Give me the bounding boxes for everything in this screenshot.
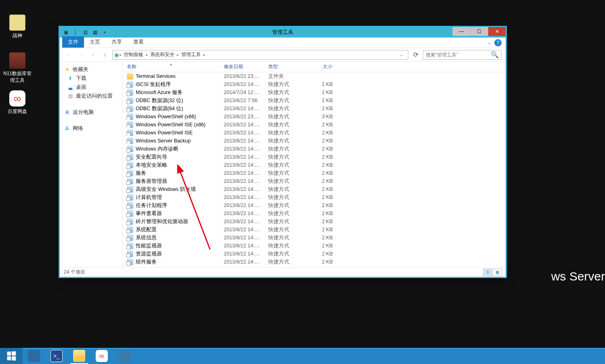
file-date: 2013/8/22 14:53 [220, 227, 264, 232]
details-view-button[interactable]: ☰ [483, 269, 492, 276]
tab-file[interactable]: 文件 [62, 36, 84, 48]
file-type: 快捷方式 [264, 113, 309, 120]
chevron-right-icon[interactable]: ▸ [177, 52, 179, 57]
file-row[interactable]: 本地安全策略2013/8/22 14:54快捷方式2 KB [123, 161, 506, 169]
column-size[interactable]: 大小 [309, 63, 337, 70]
shortcut-icon [127, 243, 133, 249]
chevron-right-icon[interactable]: ▸ [146, 52, 148, 57]
file-row[interactable]: ODBC 数据源(64 位)2013/8/22 14:59快捷方式2 KB [123, 105, 506, 113]
search-icon[interactable]: 🔍 [491, 51, 499, 59]
file-row[interactable]: ODBC 数据源(32 位)2013/8/22 7:56快捷方式2 KB [123, 96, 506, 105]
file-name: 高级安全 Windows 防火墙 [136, 186, 196, 193]
sidebar-favorites-header[interactable]: ★ 收藏夹 [60, 65, 122, 74]
desktop-icon-zhanshen[interactable]: 战神 [2, 15, 33, 39]
file-row[interactable]: 系统信息2013/8/22 14:53快捷方式2 KB [123, 234, 506, 242]
back-button[interactable]: ← [64, 50, 74, 60]
star-icon: ★ [64, 66, 70, 73]
sidebar-item-desktop[interactable]: ▃ 桌面 [60, 83, 122, 92]
file-size: 2 KB [309, 243, 337, 249]
file-row[interactable]: 性能监视器2013/8/22 14:52快捷方式2 KB [123, 242, 506, 250]
file-name: 系统配置 [136, 226, 157, 233]
taskbar-server-manager[interactable] [23, 348, 45, 364]
file-row[interactable]: 碎片整理和优化驱动器2013/8/22 14:47快捷方式2 KB [123, 218, 506, 226]
up-button[interactable]: ↑ [100, 50, 110, 60]
file-row[interactable]: 资源监视器2013/8/22 14:52快捷方式2 KB [123, 250, 506, 258]
icons-view-button[interactable]: ▦ [493, 269, 502, 276]
file-name: 服务 [136, 170, 146, 177]
file-row[interactable]: Windows PowerShell (x86)2013/8/22 23:37快… [123, 113, 506, 121]
help-button[interactable]: ? [494, 39, 502, 46]
window-controls: — ☐ ✕ [452, 27, 506, 36]
forward-button[interactable]: → [76, 50, 86, 60]
file-row[interactable]: 系统配置2013/8/22 14:53快捷方式2 KB [123, 226, 506, 234]
new-folder-icon[interactable]: ▦ [91, 29, 99, 36]
recent-icon: ▤ [67, 93, 74, 99]
sidebar-item-recent[interactable]: ▤ 最近访问的位置 [60, 92, 122, 100]
search-box[interactable]: 🔍 [423, 50, 502, 60]
address-bar[interactable]: ▣ ▸ 控制面板 ▸ 系统和安全 ▸ 管理工具 ▸ ⌄ [112, 50, 408, 60]
file-row[interactable]: 服务2013/8/22 14:54快捷方式2 KB [123, 169, 506, 177]
shortcut-icon [127, 113, 133, 120]
maximize-button[interactable]: ☐ [470, 27, 488, 36]
refresh-button[interactable]: ⟳ [411, 50, 420, 60]
tab-view[interactable]: 查看 [128, 36, 149, 48]
start-button[interactable] [0, 348, 23, 364]
sidebar-network[interactable]: 🖧 网络 [60, 124, 122, 133]
sidebar-thispc[interactable]: 🖥 这台电脑 [60, 108, 122, 117]
minimize-button[interactable]: — [452, 27, 470, 36]
file-size: 2 KB [309, 98, 337, 103]
file-size: 2 KB [309, 82, 337, 87]
taskbar-explorer[interactable] [68, 348, 90, 364]
file-list[interactable]: Terminal Services2013/8/22 23:39文件夹iSCSI… [123, 72, 506, 267]
file-row[interactable]: Terminal Services2013/8/22 23:39文件夹 [123, 72, 506, 80]
search-input[interactable] [426, 52, 491, 58]
file-type: 快捷方式 [264, 97, 309, 104]
dropdown-icon[interactable]: ▾ [101, 29, 108, 36]
file-row[interactable]: 组件服务2013/8/22 14:57快捷方式2 KB [123, 258, 506, 266]
address-dropdown-icon[interactable]: ⌄ [397, 50, 406, 60]
file-size: 2 KB [309, 122, 337, 128]
file-row[interactable]: 服务器管理器2013/8/22 14:55快捷方式2 KB [123, 177, 506, 185]
file-row[interactable]: 任务计划程序2013/8/22 14:55快捷方式2 KB [123, 201, 506, 209]
close-button[interactable]: ✕ [488, 27, 506, 36]
shortcut-icon [127, 121, 133, 128]
chevron-right-icon[interactable]: ▸ [203, 52, 205, 57]
file-row[interactable]: 高级安全 Windows 防火墙2013/8/22 14:45快捷方式2 KB [123, 185, 506, 193]
breadcrumb-segment[interactable]: 系统和安全 [149, 51, 176, 58]
file-type: 快捷方式 [264, 194, 309, 201]
desktop-icon-baidupan[interactable]: 百度网盘 [2, 90, 33, 115]
breadcrumb-segment[interactable]: 管理工具 [180, 51, 202, 58]
taskbar-baidupan[interactable]: ∞ [90, 348, 113, 364]
breadcrumb-segment[interactable]: 控制面板 [122, 51, 145, 58]
properties-icon[interactable]: ▥ [82, 29, 89, 36]
tab-share[interactable]: 共享 [106, 36, 128, 48]
file-type: 快捷方式 [264, 105, 309, 112]
sidebar-item-downloads[interactable]: ⬇ 下载 [60, 74, 122, 83]
taskbar-admin-tools[interactable] [113, 348, 136, 364]
tab-home[interactable]: 主页 [84, 36, 106, 48]
file-row[interactable]: Windows PowerShell ISE (x86)2013/8/22 14… [123, 121, 506, 129]
app-icon [9, 15, 25, 31]
file-date: 2013/8/22 14:55 [220, 122, 264, 128]
app-icon [9, 90, 25, 107]
column-type[interactable]: 类型 [264, 63, 309, 70]
file-row[interactable]: iSCSI 发起程序2013/8/22 14:57快捷方式2 KB [123, 80, 506, 88]
column-name[interactable]: ▲ 名称 [123, 63, 220, 70]
file-row[interactable]: Windows 内存诊断2013/8/22 14:52快捷方式2 KB [123, 145, 506, 153]
desktop-icon-n11[interactable]: N11数据库管理工具 [2, 52, 33, 84]
network-icon: 🖧 [64, 125, 70, 132]
file-row[interactable]: 计算机管理2013/8/22 14:54快捷方式2 KB [123, 193, 506, 201]
ribbon-expand-icon[interactable]: ⌄ [487, 40, 491, 45]
shortcut-icon [127, 170, 133, 176]
file-row[interactable]: 事件查看器2013/8/22 14:55快捷方式2 KB [123, 209, 506, 218]
column-date[interactable]: 修改日期 [220, 63, 264, 70]
taskbar-powershell[interactable]: >_ [45, 348, 68, 364]
recent-dropdown[interactable]: ▾ [88, 50, 98, 60]
chevron-right-icon[interactable]: ▸ [120, 52, 122, 57]
file-date: 2013/8/22 14:52 [220, 243, 264, 249]
file-row[interactable]: 安全配置向导2013/8/22 14:45快捷方式2 KB [123, 153, 506, 161]
sidebar-item-label: 这台电脑 [73, 109, 94, 116]
file-row[interactable]: Windows PowerShell ISE2013/8/22 14:55快捷方… [123, 129, 506, 137]
file-row[interactable]: Microsoft Azure 服务2014/7/24 12:02快捷方式2 K… [123, 88, 506, 96]
file-row[interactable]: Windows Server Backup2013/8/22 14:53快捷方式… [123, 137, 506, 145]
